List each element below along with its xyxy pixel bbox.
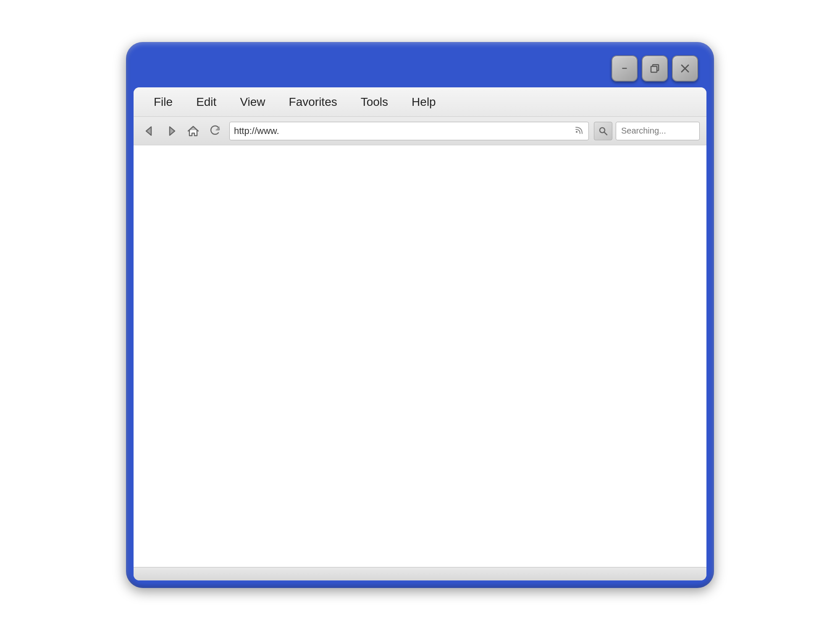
menu-item-favorites[interactable]: Favorites bbox=[277, 92, 349, 112]
back-button[interactable] bbox=[140, 122, 159, 140]
address-input[interactable] bbox=[234, 126, 575, 136]
svg-rect-1 bbox=[651, 66, 657, 72]
address-bar-wrapper bbox=[229, 122, 589, 140]
menu-item-file[interactable]: File bbox=[142, 92, 184, 112]
browser-window: − File Edit View Favorites Tools Help bbox=[126, 42, 714, 588]
menu-item-view[interactable]: View bbox=[228, 92, 277, 112]
search-input[interactable] bbox=[616, 122, 700, 140]
forward-button[interactable] bbox=[162, 122, 181, 140]
svg-marker-4 bbox=[146, 127, 151, 135]
browser-inner: File Edit View Favorites Tools Help bbox=[134, 87, 706, 580]
search-button[interactable] bbox=[594, 122, 612, 140]
menu-bar: File Edit View Favorites Tools Help bbox=[134, 87, 706, 117]
menu-item-help[interactable]: Help bbox=[400, 92, 448, 112]
content-area bbox=[134, 145, 706, 567]
menu-item-edit[interactable]: Edit bbox=[184, 92, 228, 112]
title-bar: − bbox=[134, 50, 706, 87]
svg-marker-5 bbox=[170, 127, 175, 135]
menu-item-tools[interactable]: Tools bbox=[349, 92, 400, 112]
svg-rect-7 bbox=[576, 131, 578, 133]
svg-line-9 bbox=[604, 132, 607, 135]
refresh-button[interactable] bbox=[206, 122, 224, 140]
toolbar bbox=[134, 117, 706, 145]
rss-icon bbox=[575, 125, 584, 136]
minimize-button[interactable]: − bbox=[612, 55, 638, 81]
home-button[interactable] bbox=[184, 122, 202, 140]
close-button[interactable] bbox=[672, 55, 698, 81]
status-bar bbox=[134, 567, 706, 580]
restore-button[interactable] bbox=[642, 55, 668, 81]
